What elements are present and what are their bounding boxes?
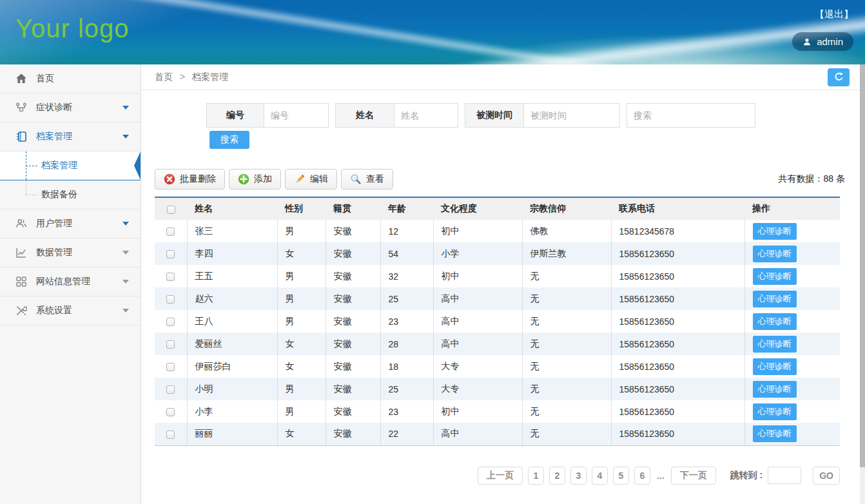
edit-button[interactable]: 编辑: [285, 169, 337, 189]
sidebar-item-diagnosis[interactable]: 症状诊断: [0, 93, 141, 122]
cell-religion: 佛教: [522, 220, 611, 242]
archive-icon: [15, 131, 27, 142]
cell-name: 小明: [187, 378, 277, 400]
diagnose-button[interactable]: 心理诊断: [753, 246, 797, 262]
sidebar-subitem-archive-manage[interactable]: 档案管理: [0, 151, 141, 180]
page-number-button[interactable]: 4: [592, 467, 608, 485]
sidebar-item-site-info[interactable]: 网站信息管理: [0, 267, 141, 296]
toolbar-buttons: 批量删除 添加 编辑: [155, 169, 393, 189]
sidebar-subitem-data-backup[interactable]: 数据备份: [0, 180, 141, 209]
app-header: Your logo 【退出】 admin: [0, 0, 865, 64]
row-checkbox[interactable]: [166, 250, 175, 258]
diagnose-button[interactable]: 心理诊断: [753, 381, 797, 398]
page-number-button[interactable]: 5: [613, 467, 629, 485]
page-number-button[interactable]: 6: [634, 467, 650, 485]
row-checkbox[interactable]: [166, 340, 175, 349]
cell-age: 25: [380, 287, 433, 310]
diagnose-button[interactable]: 心理诊断: [753, 358, 797, 375]
cell-phone: 15856123650: [611, 333, 744, 355]
add-button[interactable]: 添加: [229, 169, 281, 189]
diagnose-button[interactable]: 心理诊断: [753, 336, 797, 353]
number-input[interactable]: [264, 103, 329, 128]
cell-religion: 无: [522, 310, 611, 333]
chevron-down-icon: [122, 309, 129, 313]
prev-page-button[interactable]: 上一页: [478, 467, 523, 485]
cell-gender: 女: [277, 333, 326, 355]
sidebar-item-archive[interactable]: 档案管理: [0, 122, 141, 151]
diagnose-button[interactable]: 心理诊断: [753, 291, 797, 307]
view-icon: [350, 173, 362, 185]
next-page-button[interactable]: 下一页: [671, 467, 716, 485]
row-checkbox[interactable]: [166, 408, 175, 416]
cell-age: 18: [380, 355, 433, 378]
diagnose-button[interactable]: 心理诊断: [753, 223, 797, 240]
search-button[interactable]: 搜索: [209, 131, 249, 149]
cell-phone: 15856123650: [611, 242, 744, 265]
cell-gender: 男: [277, 310, 326, 333]
cell-education: 高中: [433, 333, 522, 355]
row-checkbox[interactable]: [166, 273, 175, 281]
cell-religion: 无: [522, 423, 611, 445]
select-all-checkbox[interactable]: [167, 206, 175, 214]
cell-phone: 15856123650: [611, 423, 744, 445]
row-checkbox[interactable]: [166, 363, 175, 371]
row-checkbox[interactable]: [166, 228, 175, 236]
row-checkbox[interactable]: [166, 431, 175, 439]
sidebar-item-label: 网站信息管理: [36, 276, 90, 287]
cell-gender: 男: [277, 220, 326, 242]
number-field-label: 编号: [206, 103, 264, 128]
sidebar-item-settings[interactable]: 系统设置: [0, 296, 141, 325]
sidebar-item-label: 系统设置: [36, 305, 72, 316]
test-time-input[interactable]: [524, 103, 620, 128]
cell-age: 28: [380, 333, 433, 355]
breadcrumb-current: 档案管理: [192, 72, 228, 82]
cell-name: 王五: [187, 265, 277, 287]
scrollbar-track[interactable]: [860, 64, 865, 504]
cell-gender: 女: [277, 355, 326, 378]
cell-action: 心理诊断: [744, 378, 840, 400]
jump-page-input[interactable]: [768, 467, 801, 484]
row-checkbox[interactable]: [166, 318, 175, 326]
go-button[interactable]: GO: [813, 467, 840, 485]
cell-gender: 男: [277, 400, 326, 423]
breadcrumb-separator: >: [180, 72, 185, 82]
cell-phone: 15856123650: [611, 265, 744, 287]
diagnose-button[interactable]: 心理诊断: [753, 425, 797, 442]
row-checkbox[interactable]: [166, 385, 175, 394]
cell-gender: 女: [277, 423, 326, 445]
column-header: 姓名: [187, 197, 277, 220]
cell-education: 小学: [433, 242, 522, 265]
diagnose-button[interactable]: 心理诊断: [753, 268, 797, 285]
name-input[interactable]: [394, 103, 458, 128]
sidebar-item-home[interactable]: 首页: [0, 64, 141, 93]
user-badge[interactable]: admin: [792, 32, 853, 51]
refresh-button[interactable]: [828, 68, 850, 86]
cell-religion: 无: [522, 333, 611, 355]
sidebar-item-data[interactable]: 数据管理: [0, 238, 141, 267]
cell-origin: 安徽: [326, 333, 380, 355]
row-checkbox[interactable]: [166, 295, 175, 304]
button-label: 添加: [254, 173, 272, 185]
cell-origin: 安徽: [326, 423, 380, 445]
cell-phone: 15856123650: [611, 400, 744, 423]
scrollbar-thumb[interactable]: [860, 64, 865, 467]
number-field-group: 编号: [206, 103, 329, 128]
cell-origin: 安徽: [326, 265, 380, 287]
diagnose-button[interactable]: 心理诊断: [753, 313, 797, 330]
name-field-group: 姓名: [335, 103, 458, 128]
logout-link[interactable]: 【退出】: [815, 8, 853, 21]
sidebar-item-users[interactable]: 用户管理: [0, 209, 141, 238]
breadcrumb-home[interactable]: 首页: [155, 72, 173, 82]
page-number-button[interactable]: 1: [528, 467, 544, 485]
keyword-input[interactable]: [627, 103, 755, 128]
view-button[interactable]: 查看: [341, 169, 393, 189]
username: admin: [817, 36, 843, 47]
sidebar-item-label: 症状诊断: [36, 102, 72, 113]
batch-delete-button[interactable]: 批量删除: [155, 169, 225, 189]
column-header: 宗教信仰: [522, 197, 611, 220]
diagnose-button[interactable]: 心理诊断: [753, 403, 797, 420]
page-number-button[interactable]: 3: [570, 467, 587, 485]
cell-name: 伊丽莎白: [187, 355, 277, 378]
cell-education: 初中: [433, 220, 522, 242]
page-number-button[interactable]: 2: [549, 467, 565, 485]
